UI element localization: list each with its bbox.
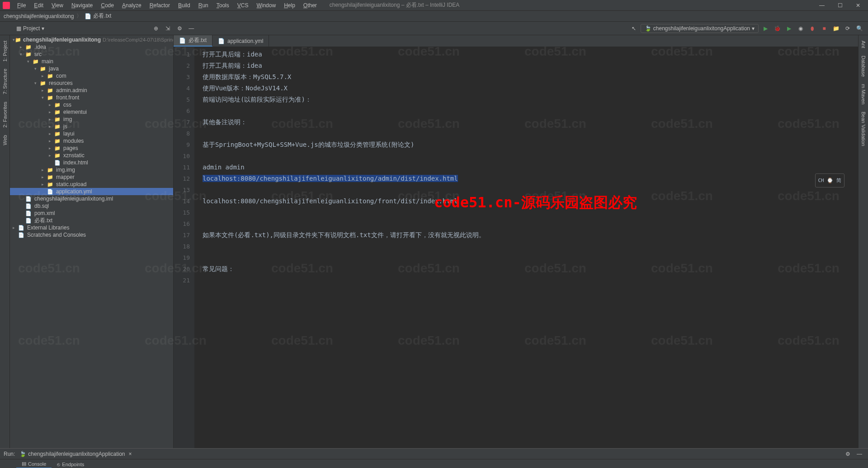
code-line[interactable]: localhost:8080/chengshilajifenleiguanlix… [194, 173, 858, 184]
left-tab-favorites[interactable]: 2: Favorites [1, 98, 9, 131]
tree-arrow-icon[interactable]: ▸ [49, 124, 54, 129]
code-line[interactable]: 前端访问地址(以前段实际运行为准)： [194, 94, 858, 105]
tree-arrow-icon[interactable]: ▸ [49, 139, 54, 143]
target-icon[interactable]: ⊕ [151, 23, 161, 33]
tree-item[interactable]: ▾resources [10, 80, 173, 87]
code-line[interactable]: 其他备注说明： [194, 117, 858, 128]
menu-window[interactable]: Window [253, 1, 279, 9]
tree-arrow-icon[interactable]: ▸ [20, 45, 25, 49]
tree-item[interactable]: ▸modules [10, 137, 173, 145]
tree-item[interactable]: chengshilajifenleiguanlixitong.iml [10, 195, 173, 202]
tree-item[interactable]: ▸elementui [10, 108, 173, 116]
tree-arrow-icon[interactable]: ▸ [42, 182, 47, 187]
code-line[interactable] [194, 218, 858, 229]
tree-arrow-icon[interactable]: ▾ [34, 66, 40, 71]
menu-run[interactable]: Run [195, 1, 212, 9]
menu-file[interactable]: File [14, 1, 29, 9]
tree-item[interactable]: ▸.idea [10, 43, 173, 51]
tree-arrow-icon[interactable]: ▸ [42, 88, 47, 93]
editor-content[interactable]: code51.cn-源码乐园盗图必究 CH ⌚ 简 打开工具后端：idea打开工… [194, 47, 858, 448]
left-tab-project[interactable]: 1: Project [1, 37, 9, 65]
minimize-button[interactable]: — [815, 1, 829, 10]
menu-analyze[interactable]: Analyze [118, 1, 145, 9]
tree-arrow-icon[interactable]: ▾ [42, 95, 47, 100]
gear-icon[interactable]: ⚙ [175, 23, 184, 33]
back-icon[interactable]: ↖ [629, 23, 639, 33]
close-button[interactable]: ✕ [851, 1, 865, 10]
console-tab[interactable]: ▤ Console [16, 460, 52, 468]
editor-tab[interactable]: 📄application.yml [212, 35, 269, 47]
run-configuration-dropdown[interactable]: 🍃 chengshilajifenleiguanlixitongApplicat… [641, 24, 759, 33]
code-line[interactable]: 基于SpringBoot+MySQL+SSM+Vue.js的城市垃圾分类管理系统… [194, 139, 858, 150]
tree-item[interactable]: ▸admin.admin [10, 87, 173, 94]
menu-other[interactable]: Other [300, 1, 321, 9]
run-button[interactable]: ▶ [760, 23, 770, 33]
tree-item[interactable]: ▸js [10, 123, 173, 130]
tree-item[interactable]: ▾chengshilajifenleiguanlixitongD:\releas… [10, 36, 173, 43]
code-line[interactable]: 常见问题： [194, 263, 858, 275]
right-tab-database[interactable]: Database [860, 52, 867, 80]
tree-item[interactable]: ▸pages [10, 145, 173, 152]
tree-arrow-icon[interactable]: ▸ [42, 175, 47, 179]
right-tab-mmaven[interactable]: m Maven [860, 80, 867, 108]
tree-item[interactable]: ▾java [10, 65, 173, 72]
tree-item[interactable]: 必看.txt [10, 217, 173, 224]
left-tab-structure[interactable]: 7: Structure [1, 65, 9, 98]
menu-help[interactable]: Help [280, 1, 299, 9]
endpoints-tab[interactable]: ⎋ Endpoints [52, 461, 90, 468]
search-everywhere-button[interactable]: 🔍 [854, 23, 864, 33]
tree-arrow-icon[interactable]: ▸ [49, 110, 54, 114]
hide-icon[interactable]: — [854, 449, 864, 459]
code-line[interactable]: 如果本文件(必看.txt),同级目录文件夹下有说明文档.txt文件，请打开看下，… [194, 229, 858, 241]
expand-icon[interactable]: ⇲ [163, 23, 173, 33]
tree-item[interactable]: ▸mapper [10, 173, 173, 181]
menu-build[interactable]: Build [175, 1, 194, 9]
menu-vcs[interactable]: VCS [234, 1, 252, 9]
run-config-tab[interactable]: 🍃 chengshilajifenleiguanlixitongApplicat… [15, 450, 136, 458]
breadcrumb-file[interactable]: 必看.txt [93, 12, 111, 20]
tree-arrow-icon[interactable]: ▸ [42, 168, 47, 172]
attach-button[interactable]: ⬮ [807, 23, 817, 33]
tree-item[interactable]: ▸com [10, 72, 173, 80]
tree-arrow-icon[interactable]: ▸ [49, 131, 54, 136]
tree-arrow-icon[interactable]: ▾ [34, 81, 40, 85]
code-line[interactable] [194, 207, 858, 218]
menu-tools[interactable]: Tools [213, 1, 233, 9]
tree-item[interactable]: application.yml [10, 188, 173, 195]
tree-item[interactable]: index.html [10, 159, 173, 166]
code-line[interactable] [194, 241, 858, 252]
tree-item[interactable]: db.sql [10, 202, 173, 210]
right-tab-beanvalidation[interactable]: Bean Validation [860, 108, 867, 150]
code-line[interactable]: localhost:8080/chengshilajifenleiguanlix… [194, 196, 858, 207]
code-line[interactable]: admin admin [194, 162, 858, 173]
maximize-button[interactable]: ☐ [833, 1, 847, 10]
code-line[interactable] [194, 275, 858, 286]
vcs-button[interactable]: 📁 [831, 23, 841, 33]
tree-arrow-icon[interactable]: ▸ [13, 225, 18, 230]
code-line[interactable] [194, 150, 858, 162]
code-line[interactable] [194, 128, 858, 139]
tree-arrow-icon[interactable]: ▸ [42, 74, 47, 78]
tree-item[interactable]: ▸img.img [10, 166, 173, 173]
coverage-button[interactable]: ▶ [784, 23, 794, 33]
tree-arrow-icon[interactable]: ▸ [49, 146, 54, 150]
menu-refactor[interactable]: Refactor [146, 1, 174, 9]
code-line[interactable]: 使用Vue版本：NodeJsV14.X [194, 83, 858, 94]
menu-navigate[interactable]: Navigate [68, 1, 96, 9]
tree-item[interactable]: ▾main [10, 58, 173, 65]
menu-code[interactable]: Code [97, 1, 118, 9]
editor-tab[interactable]: 📄必看.txt [174, 35, 212, 47]
tree-item[interactable]: pom.xml [10, 210, 173, 217]
tree-item[interactable]: ▸layui [10, 130, 173, 137]
close-tab-icon[interactable]: × [129, 451, 132, 457]
code-line[interactable]: 打开工具前端：idea [194, 60, 858, 71]
collapse-icon[interactable]: — [186, 23, 196, 33]
code-line[interactable] [194, 105, 858, 117]
tree-arrow-icon[interactable]: ▸ [49, 117, 54, 122]
tree-arrow-icon[interactable]: ▾ [27, 59, 33, 64]
left-tab-web[interactable]: Web [1, 131, 9, 149]
menu-view[interactable]: View [48, 1, 67, 9]
update-button[interactable]: ⟳ [843, 23, 853, 33]
debug-button[interactable]: 🐞 [772, 23, 782, 33]
tree-item[interactable]: ▸External Libraries [10, 224, 173, 231]
